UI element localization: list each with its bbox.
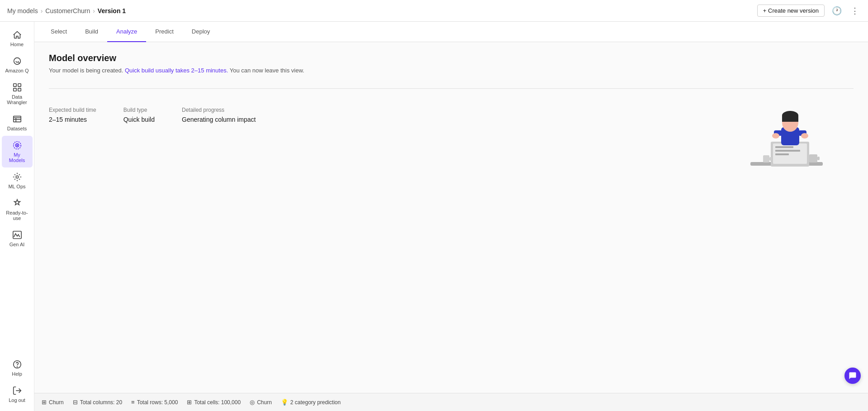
stat-label-build-type: Build type <box>123 107 155 113</box>
svg-rect-30 <box>782 115 798 122</box>
breadcrumb-version: Version 1 <box>98 7 126 14</box>
bottom-bar-total-columns-label: Total columns: 20 <box>80 399 122 406</box>
sidebar-label-log-out: Log out <box>9 397 25 403</box>
breadcrumb-customer-churn[interactable]: CustomerChurn <box>45 7 90 14</box>
log-out-icon <box>12 386 22 396</box>
home-icon <box>12 30 22 40</box>
svg-rect-4 <box>18 88 20 91</box>
chat-bubble-button[interactable] <box>844 368 861 384</box>
more-options-button[interactable]: ⋮ <box>849 4 861 18</box>
stat-detailed-progress: Detailed progress Generating column impa… <box>182 107 256 123</box>
stat-build-time: Expected build time 2–15 minutes <box>49 107 96 123</box>
stats-section: Expected build time 2–15 minutes Build t… <box>49 107 854 123</box>
svg-rect-5 <box>13 116 21 122</box>
top-bar: My models › CustomerChurn › Version 1 + … <box>0 0 868 22</box>
breadcrumb: My models › CustomerChurn › Version 1 <box>7 7 126 14</box>
ready-to-use-icon <box>12 198 22 208</box>
tab-build[interactable]: Build <box>76 22 107 42</box>
svg-rect-22 <box>775 153 789 155</box>
svg-rect-21 <box>775 150 800 152</box>
subtitle-end: You can now leave this view. <box>230 67 304 74</box>
chat-icon <box>849 372 857 380</box>
svg-rect-1 <box>13 84 16 86</box>
svg-rect-13 <box>13 231 21 239</box>
svg-rect-2 <box>18 84 20 86</box>
svg-rect-31 <box>763 155 769 162</box>
bottom-bar-total-rows-label: Total rows: 5,000 <box>137 399 178 406</box>
stat-value-build-time: 2–15 minutes <box>49 116 96 123</box>
help-icon <box>12 359 22 369</box>
bottom-bar-item-total-cells: ⊞ Total cells: 100,000 <box>187 399 241 406</box>
top-bar-actions: + Create new version 🕐 ⋮ <box>757 4 861 18</box>
page-subtitle: Your model is being created. Quick build… <box>49 67 854 74</box>
sidebar-label-home: Home <box>10 42 24 47</box>
bottom-bar-item-target: ◎ Churn <box>250 399 272 406</box>
svg-rect-20 <box>775 146 793 148</box>
content-area: Select Build Analyze Predict Deploy Mode… <box>34 22 868 411</box>
subtitle-link[interactable]: Quick build usually takes 2–15 minutes. <box>125 67 228 74</box>
tab-predict[interactable]: Predict <box>146 22 182 42</box>
stat-build-type: Build type Quick build <box>123 107 155 123</box>
sidebar-label-ready-to-use: Ready-to-use <box>5 210 29 221</box>
data-wrangler-icon <box>12 82 22 92</box>
columns-icon: ⊟ <box>73 399 78 406</box>
main-layout: Home Amazon Q Data Wrangler <box>0 22 868 411</box>
history-button[interactable]: 🕐 <box>830 4 844 18</box>
stat-label-detailed-progress: Detailed progress <box>182 107 256 113</box>
page-content: Model overview Your model is being creat… <box>34 42 868 393</box>
bottom-bar-prediction-type-label: 2 category prediction <box>290 399 341 406</box>
svg-point-11 <box>17 145 18 146</box>
bottom-bar-target-label: Churn <box>257 399 272 406</box>
ml-ops-icon <box>12 172 22 182</box>
sidebar-label-gen-ai: Gen AI <box>9 242 25 247</box>
section-divider <box>49 88 854 89</box>
tab-select[interactable]: Select <box>42 22 76 42</box>
sidebar-label-data-wrangler: Data Wrangler <box>5 94 29 105</box>
tab-analyze[interactable]: Analyze <box>107 22 146 42</box>
subtitle-text: Your model is being created. <box>49 67 123 74</box>
stat-value-build-type: Quick build <box>123 116 155 123</box>
svg-rect-3 <box>13 88 16 91</box>
page-title: Model overview <box>49 53 854 63</box>
breadcrumb-sep-1: › <box>41 7 43 14</box>
prediction-icon: 💡 <box>281 399 288 406</box>
stat-value-detailed-progress: Generating column impact <box>182 116 256 123</box>
cells-icon: ⊞ <box>187 399 192 406</box>
sidebar-label-help: Help <box>12 371 22 377</box>
bottom-bar-total-cells-label: Total cells: 100,000 <box>194 399 241 406</box>
svg-point-27 <box>801 133 808 139</box>
illustration <box>741 96 832 178</box>
sidebar-item-ml-ops[interactable]: ML Ops <box>2 167 33 194</box>
sidebar-item-ready-to-use[interactable]: Ready-to-use <box>2 194 33 225</box>
table-icon: ⊞ <box>42 399 47 406</box>
model-building-illustration <box>741 96 832 178</box>
svg-point-12 <box>16 176 19 178</box>
bottom-bar-item-total-columns: ⊟ Total columns: 20 <box>73 399 122 406</box>
rows-icon: ≡ <box>131 399 135 406</box>
sidebar-label-ml-ops: ML Ops <box>8 184 25 189</box>
sidebar-item-data-wrangler[interactable]: Data Wrangler <box>2 78 33 110</box>
create-new-version-button[interactable]: + Create new version <box>757 5 825 17</box>
svg-point-15 <box>17 367 17 367</box>
bottom-bar-churn-table-label: Churn <box>49 399 64 406</box>
tab-bar: Select Build Analyze Predict Deploy <box>34 22 868 42</box>
sidebar-label-my-models: My Models <box>5 152 29 163</box>
amazonq-icon <box>12 56 22 66</box>
breadcrumb-my-models[interactable]: My models <box>7 7 38 14</box>
sidebar-item-home[interactable]: Home <box>2 25 33 52</box>
sidebar-item-gen-ai[interactable]: Gen AI <box>2 225 33 252</box>
datasets-icon <box>12 114 22 124</box>
svg-rect-33 <box>809 154 817 162</box>
sidebar-item-datasets[interactable]: Datasets <box>2 110 33 136</box>
bottom-bar-item-churn-table: ⊞ Churn <box>42 399 64 406</box>
sidebar: Home Amazon Q Data Wrangler <box>0 22 34 411</box>
my-models-icon <box>12 140 22 150</box>
sidebar-item-log-out[interactable]: Log out <box>2 381 33 407</box>
sidebar-item-my-models[interactable]: My Models <box>2 136 33 167</box>
sidebar-item-amazon-q[interactable]: Amazon Q <box>2 52 33 78</box>
tab-deploy[interactable]: Deploy <box>183 22 219 42</box>
bottom-bar-item-prediction-type: 💡 2 category prediction <box>281 399 341 406</box>
sidebar-item-help[interactable]: Help <box>2 355 33 381</box>
stat-label-build-time: Expected build time <box>49 107 96 113</box>
svg-point-0 <box>14 58 20 65</box>
